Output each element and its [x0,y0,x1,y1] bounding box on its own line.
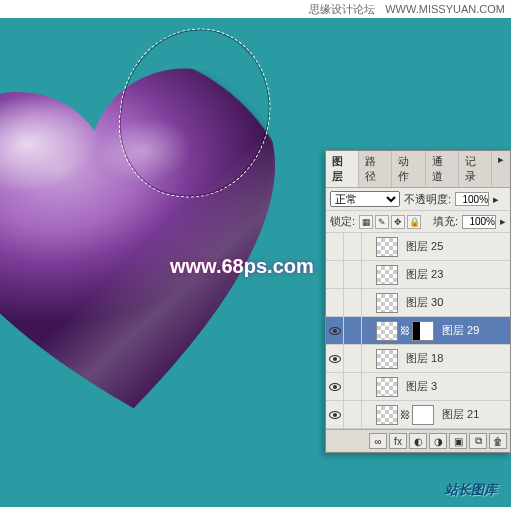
layer-thumbnail[interactable] [376,293,398,313]
watermark-center: www.68ps.com [170,255,314,278]
eye-icon [329,355,341,363]
layer-row[interactable]: 图层 3 [326,373,510,401]
layer-row[interactable]: ⛓图层 29 [326,317,510,345]
link-column [344,345,362,372]
layer-thumbnail[interactable] [376,349,398,369]
eye-icon [329,411,341,419]
link-column [344,289,362,316]
fill-input[interactable] [462,215,496,229]
lock-pixels-icon[interactable]: ✎ [375,215,389,229]
layer-name[interactable]: 图层 3 [402,379,510,394]
visibility-toggle[interactable] [326,401,344,428]
fill-label: 填充: [433,214,458,229]
site-url: WWW.MISSYUAN.COM [385,3,505,15]
thumb-wrap [372,377,402,397]
layer-thumbnail[interactable] [376,405,398,425]
layer-list: 图层 25图层 23图层 30⛓图层 29图层 18图层 3⛓图层 21 [326,233,510,429]
visibility-toggle[interactable] [326,345,344,372]
layer-row[interactable]: 图层 30 [326,289,510,317]
visibility-toggle[interactable] [326,233,344,260]
mask-link-icon[interactable]: ⛓ [400,409,410,420]
mask-thumbnail[interactable] [412,405,434,425]
panel-lock-row: 锁定: ▦ ✎ ✥ 🔒 填充: ▸ [326,211,510,233]
lock-position-icon[interactable]: ✥ [391,215,405,229]
layer-name[interactable]: 图层 21 [438,407,510,422]
layer-thumbnail[interactable] [376,377,398,397]
tab-history[interactable]: 记录 [459,151,492,187]
layer-row[interactable]: 图层 25 [326,233,510,261]
lock-label: 锁定: [330,214,355,229]
adjustment-icon[interactable]: ◑ [429,433,447,449]
lock-all-icon[interactable]: 🔒 [407,215,421,229]
thumb-wrap: ⛓ [372,321,438,341]
layer-thumbnail[interactable] [376,321,398,341]
visibility-toggle[interactable] [326,317,344,344]
layer-name[interactable]: 图层 25 [402,239,510,254]
layers-panel: 图层 路径 动作 通道 记录 ▸ 正常 不透明度: ▸ 锁定: ▦ ✎ ✥ 🔒 … [325,150,511,453]
site-title: 思缘设计论坛 [309,2,375,17]
thumb-wrap [372,265,402,285]
layer-name[interactable]: 图层 29 [438,323,510,338]
visibility-toggle[interactable] [326,289,344,316]
blend-mode-select[interactable]: 正常 [330,191,400,207]
layer-thumbnail[interactable] [376,237,398,257]
layer-name[interactable]: 图层 23 [402,267,510,282]
link-column [344,373,362,400]
mask-icon[interactable]: ◐ [409,433,427,449]
lock-icons: ▦ ✎ ✥ 🔒 [359,215,421,229]
visibility-toggle[interactable] [326,373,344,400]
top-bar: 思缘设计论坛 WWW.MISSYUAN.COM [0,0,511,18]
group-icon[interactable]: ▣ [449,433,467,449]
visibility-toggle[interactable] [326,261,344,288]
tab-layers[interactable]: 图层 [326,151,359,187]
new-layer-icon[interactable]: ⧉ [469,433,487,449]
link-icon[interactable]: ∞ [369,433,387,449]
mask-link-icon[interactable]: ⛓ [400,325,410,336]
layer-row[interactable]: 图层 23 [326,261,510,289]
layer-thumbnail[interactable] [376,265,398,285]
thumb-wrap [372,237,402,257]
layer-row[interactable]: 图层 18 [326,345,510,373]
thumb-wrap [372,349,402,369]
link-column [344,261,362,288]
tab-paths[interactable]: 路径 [359,151,392,187]
tab-actions[interactable]: 动作 [392,151,425,187]
layer-name[interactable]: 图层 18 [402,351,510,366]
tab-channels[interactable]: 通道 [426,151,459,187]
eye-icon [329,383,341,391]
fx-icon[interactable]: fx [389,433,407,449]
eye-icon [329,327,341,335]
panel-footer: ∞ fx ◐ ◑ ▣ ⧉ 🗑 [326,429,510,452]
thumb-wrap [372,293,402,313]
panel-tabs: 图层 路径 动作 通道 记录 ▸ [326,151,510,188]
layer-name[interactable]: 图层 30 [402,295,510,310]
layer-row[interactable]: ⛓图层 21 [326,401,510,429]
fill-arrow-icon[interactable]: ▸ [500,215,506,228]
watermark-bottom: 站长图库 [445,481,497,499]
link-column [344,317,362,344]
panel-menu-icon[interactable]: ▸ [492,151,510,187]
mask-thumbnail[interactable] [412,321,434,341]
opacity-arrow-icon[interactable]: ▸ [493,193,499,206]
opacity-input[interactable] [455,192,489,206]
lock-transparency-icon[interactable]: ▦ [359,215,373,229]
link-column [344,233,362,260]
link-column [344,401,362,428]
thumb-wrap: ⛓ [372,405,438,425]
panel-blend-row: 正常 不透明度: ▸ [326,188,510,211]
opacity-label: 不透明度: [404,192,451,207]
trash-icon[interactable]: 🗑 [489,433,507,449]
